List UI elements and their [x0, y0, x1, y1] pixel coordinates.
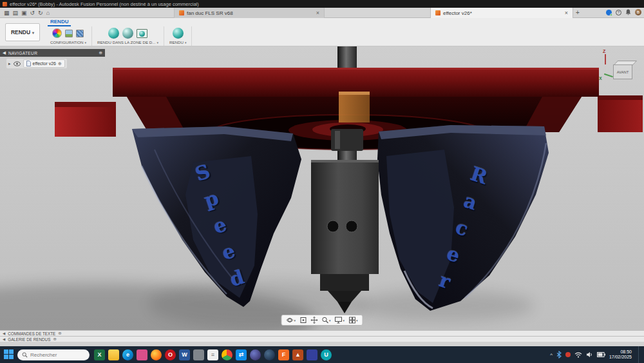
collapse-panel-icon[interactable]: ◀: [3, 331, 5, 335]
redo-icon[interactable]: ↻: [38, 10, 43, 16]
file-explorer-icon[interactable]: [108, 349, 119, 360]
excel-icon[interactable]: X: [94, 349, 105, 360]
show-desktop-button[interactable]: [638, 346, 640, 363]
ribbon-tabs: RENDU: [45, 18, 192, 26]
look-at-button[interactable]: [299, 317, 307, 324]
ribbon-toolbar: RENDU ▾ RENDU CONFIGURATION ▾: [0, 18, 644, 46]
steam-icon[interactable]: [264, 349, 275, 360]
notifications-bell-icon[interactable]: [625, 9, 631, 15]
panel-options-icon[interactable]: ⊕: [53, 337, 56, 342]
axis-x-label: X: [599, 76, 602, 81]
wifi-icon[interactable]: [574, 352, 582, 358]
model-3d: [0, 46, 644, 330]
photos-icon[interactable]: [137, 349, 147, 360]
undo-icon[interactable]: ↺: [30, 10, 35, 16]
3d-viewport[interactable]: Speed Racer ◀ NAVIGATEUR ⊕ ▸ effector v2…: [0, 46, 644, 330]
scene-settings-icon[interactable]: [65, 30, 73, 37]
clock-date: 17/02/2025: [609, 355, 632, 360]
activate-component-icon[interactable]: ⊕: [58, 61, 62, 66]
group-label[interactable]: CONFIGURATION ▾: [50, 40, 86, 44]
system-tray: ^ 08:50 17/02/2025: [550, 346, 640, 363]
chrome-icon[interactable]: [222, 349, 232, 360]
axis-z-line: [605, 54, 606, 64]
help-icon[interactable]: ?: [616, 10, 621, 15]
workspace-selector-label: RENDU: [11, 29, 30, 35]
panel-label: GALERIE DE RENDUS: [8, 337, 50, 342]
chevron-down-icon: ▾: [294, 319, 296, 322]
edge-icon[interactable]: e: [122, 349, 133, 360]
document-tab-bar: ▦ ▤ ▣ ↺ ↻ ⌂ fan duc FLS SR v68 × effecto…: [0, 8, 644, 18]
chevron-down-icon: ▾: [343, 319, 345, 322]
eclipse-icon[interactable]: [250, 349, 261, 360]
close-tab-icon[interactable]: ×: [316, 10, 319, 16]
search-input[interactable]: [30, 352, 82, 358]
expand-node-icon[interactable]: ▸: [8, 61, 11, 66]
taskbar-search[interactable]: [17, 349, 90, 360]
firefox-icon[interactable]: [151, 349, 162, 360]
close-tab-icon[interactable]: ×: [565, 10, 568, 16]
vlc-icon[interactable]: ▲: [292, 349, 303, 360]
grid-settings-button[interactable]: ▾: [348, 317, 358, 324]
panel-text-commands[interactable]: ◀ COMMANDES DE TEXTE ⊕: [0, 330, 644, 336]
document-tab-fan-duct[interactable]: fan duc FLS SR v68 ×: [174, 8, 325, 18]
battery-icon[interactable]: [597, 352, 605, 357]
group-configuration: CONFIGURATION ▾: [45, 26, 92, 46]
window-title: effector v26* (Bobby) - Autodesk Fusion …: [10, 1, 199, 7]
teamviewer-icon[interactable]: ⇄: [236, 349, 247, 360]
tab-rendu[interactable]: RENDU: [48, 19, 71, 26]
group-render: RENDU ▾: [164, 26, 193, 46]
document-tab-effector[interactable]: effector v26* ×: [430, 8, 573, 18]
new-document-button[interactable]: +: [576, 9, 580, 16]
texture-map-icon[interactable]: [76, 30, 84, 37]
home-icon[interactable]: ⌂: [46, 10, 50, 16]
panel-options-icon[interactable]: ⊕: [58, 331, 61, 336]
notification-app-icon[interactable]: [565, 352, 571, 357]
visual-studio-icon[interactable]: [307, 349, 317, 360]
capture-image-icon[interactable]: [137, 29, 147, 38]
taskbar-app-icons: XeOW≡⇄F▲U: [94, 349, 332, 360]
collapse-panel-icon[interactable]: ◀: [3, 50, 6, 55]
camera-icon[interactable]: [193, 349, 204, 360]
hidden-icons-chevron[interactable]: ^: [550, 352, 553, 358]
app-grid-icon[interactable]: ▦: [4, 10, 10, 16]
start-button[interactable]: [4, 349, 14, 360]
group-label[interactable]: RENDU ▾: [169, 40, 187, 44]
bluetooth-icon[interactable]: [556, 351, 562, 358]
in-canvas-render-settings-icon[interactable]: [122, 28, 133, 39]
pan-button[interactable]: [310, 317, 317, 324]
cura-icon[interactable]: U: [321, 349, 332, 360]
in-canvas-render-icon[interactable]: [108, 28, 119, 39]
chevron-down-icon: ▾: [356, 319, 358, 322]
search-icon: [22, 352, 28, 358]
visibility-eye-icon[interactable]: [14, 61, 21, 66]
status-strip: [0, 342, 644, 346]
orbit-button[interactable]: ▾: [286, 317, 296, 324]
fusion-app-icon: [3, 2, 7, 6]
display-settings-button[interactable]: ▾: [335, 317, 345, 324]
chevron-down-icon: ▾: [329, 319, 331, 322]
zoom-button[interactable]: ▾: [321, 317, 331, 324]
workspace-selector-button[interactable]: RENDU ▾: [5, 23, 40, 41]
volume-icon[interactable]: [586, 351, 593, 358]
appearance-color-wheel-icon[interactable]: [52, 28, 62, 38]
file-menu-icon[interactable]: ▤: [13, 10, 19, 16]
group-label[interactable]: RENDU DANS LA ZONE DE D... ▾: [97, 40, 158, 44]
panel-render-gallery[interactable]: ◀ GALERIE DE RENDUS ⊕: [0, 336, 644, 342]
user-avatar[interactable]: B: [635, 9, 641, 15]
save-icon[interactable]: ▣: [21, 10, 27, 16]
render-icon[interactable]: [173, 28, 184, 39]
title-bar: effector v26* (Bobby) - Autodesk Fusion …: [0, 0, 644, 8]
viewcube[interactable]: Z X AVANT: [599, 49, 638, 88]
word-icon[interactable]: W: [179, 349, 190, 360]
fusion-360-icon[interactable]: F: [278, 349, 289, 360]
notepad-icon[interactable]: ≡: [207, 349, 218, 360]
collapse-panel-icon[interactable]: ◀: [3, 337, 5, 341]
navigator-header[interactable]: ◀ NAVIGATEUR ⊕: [0, 49, 105, 57]
job-status-icon[interactable]: [606, 10, 612, 15]
viewcube-front-face[interactable]: AVANT: [613, 64, 632, 79]
taskbar-clock[interactable]: 08:50 17/02/2025: [609, 349, 634, 360]
document-icon: [435, 10, 440, 15]
panel-options-icon[interactable]: ⊕: [99, 50, 102, 55]
opera-icon[interactable]: O: [165, 349, 176, 360]
navigator-root-item[interactable]: effector v26 ⊕: [23, 59, 65, 68]
